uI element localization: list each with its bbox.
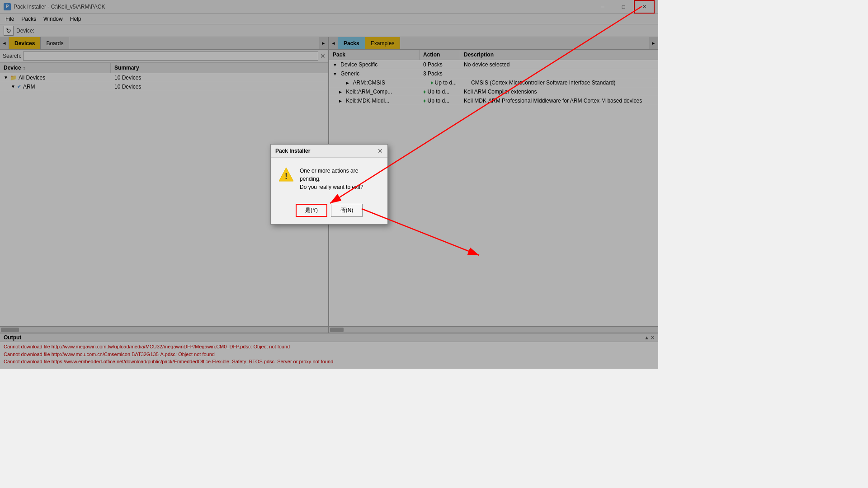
modal-overlay: Pack Installer ✕ ! One or more actions a… <box>0 0 658 369</box>
modal-close-button[interactable]: ✕ <box>377 147 383 155</box>
modal-dialog: Pack Installer ✕ ! One or more actions a… <box>270 144 388 225</box>
modal-title: Pack Installer <box>275 148 310 154</box>
svg-text:!: ! <box>285 172 288 181</box>
warning-icon: ! <box>278 167 294 183</box>
modal-body: ! One or more actions are pending. Do yo… <box>271 158 387 200</box>
modal-buttons: 是(Y) 否(N) <box>271 200 387 224</box>
modal-message: One or more actions are pending. Do you … <box>300 167 380 191</box>
modal-yes-button[interactable]: 是(Y) <box>296 204 327 217</box>
modal-title-bar: Pack Installer ✕ <box>271 145 387 158</box>
modal-no-button[interactable]: 否(N) <box>331 204 363 217</box>
